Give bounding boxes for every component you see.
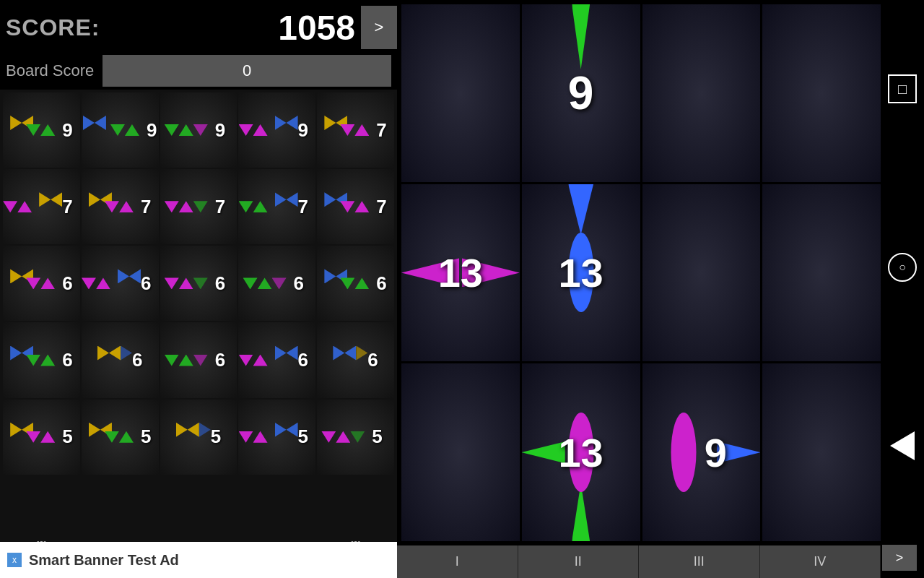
grid-cell[interactable]: 7 [160,169,237,244]
grid-cell[interactable]: 7 [238,169,315,244]
grid-cell [238,476,315,551]
grid-cell[interactable]: 6 [160,246,237,321]
grid-cell-page[interactable]: [2] [3,476,80,551]
big-cell-empty [642,4,761,182]
score-label: SCORE: [6,14,100,41]
tab-III[interactable]: III [639,545,760,578]
grid-cell[interactable]: 6 [82,246,159,321]
game-grid: 9 9 9 9 7 7 [0,90,397,554]
grid-cell[interactable]: 6 [160,322,237,397]
grid-cell[interactable]: 6 [238,246,315,321]
big-cell-empty-mid-far [762,184,881,362]
ad-banner: x Smart Banner Test Ad [0,542,397,578]
ad-close-button[interactable]: x [7,553,22,567]
big-cell-empty-bot-left [401,363,520,541]
big-cell-empty-mid-right [642,184,761,362]
big-cell-13-bot[interactable]: 13 [522,363,640,541]
grid-cell[interactable]: 7 [3,169,80,244]
big-cell-13-left[interactable]: 13 [401,184,520,362]
right-icons: □ ○ [881,0,924,535]
score-value: 1058 [100,8,361,48]
grid-cell [82,476,159,551]
next-button[interactable]: > [361,6,397,49]
grid-cell[interactable]: 9 [3,92,80,168]
big-cell-9-bot[interactable]: 9 [642,363,761,541]
right-panel: 9 13 13 13 [397,0,924,578]
big-cell-empty-bot-right [762,363,881,541]
grid-cell[interactable]: 7 [82,169,159,244]
grid-cell[interactable]: 9 [160,92,237,168]
grid-cell[interactable]: 6 [317,246,394,321]
grid-cell[interactable]: 6 [3,322,80,397]
grid-cell[interactable]: 7 [317,92,394,168]
tab-I[interactable]: I [397,545,518,578]
grid-cell[interactable]: 5 [82,400,159,475]
big-cell-13-center[interactable]: 13 [522,184,640,362]
board-score-label: Board Score [6,61,94,80]
big-cell-empty [762,4,881,182]
grid-cell[interactable]: 7 [317,169,394,244]
back-icon[interactable] [890,431,915,460]
grid-cell[interactable]: 5 [238,400,315,475]
grid-cell[interactable]: 5 [317,400,394,475]
grid-cell[interactable]: 6 [3,246,80,321]
circle-icon[interactable]: ○ [888,253,917,282]
grid-cell [160,476,237,551]
tab-II[interactable]: II [518,545,640,578]
grid-cell[interactable]: 6 [317,322,394,397]
big-cell-9-green-top[interactable]: 9 [522,4,640,182]
grid-cell[interactable]: 9 [238,92,315,168]
grid-cell[interactable]: 5 [160,400,237,475]
grid-cell[interactable]: 6 [82,322,159,397]
tabs-bar: I II III IV [397,545,881,578]
grid-cell[interactable]: 5 [3,400,80,475]
ad-text: Smart Banner Test Ad [29,552,179,569]
square-icon[interactable]: □ [888,74,917,103]
grid-cell-page[interactable]: [2] [317,476,394,551]
big-board: 9 13 13 13 [397,0,924,545]
left-panel: SCORE: 1058 > Board Score 9 9 9 9 [0,0,397,578]
big-cell-empty [401,4,520,182]
board-score-input[interactable] [103,55,391,87]
grid-cell[interactable]: 9 [82,92,159,168]
tab-IV[interactable]: IV [760,545,881,578]
next-button-bottom[interactable]: > [882,545,917,571]
grid-cell[interactable]: 6 [238,322,315,397]
board-score-row: Board Score [0,52,397,90]
header: SCORE: 1058 > [0,0,397,52]
